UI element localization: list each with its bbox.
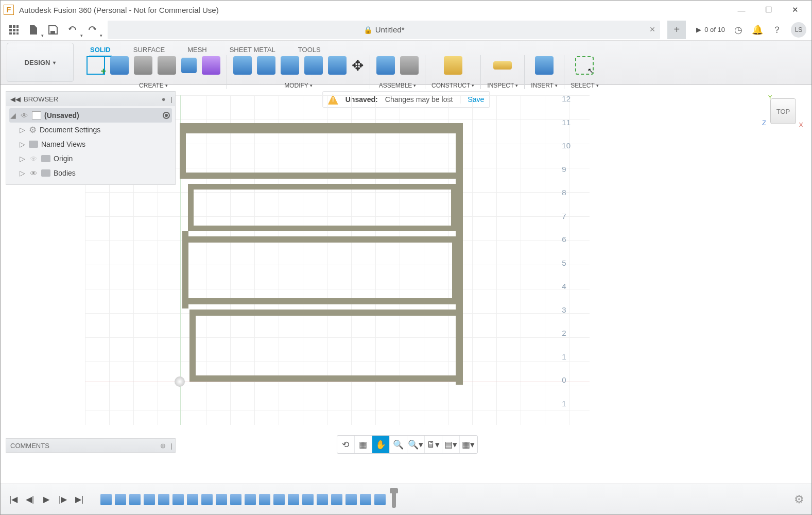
timeline-feature[interactable] (187, 494, 198, 505)
maximize-button[interactable]: ☐ (755, 1, 782, 19)
window-title: Autodesk Fusion 360 (Personal - Not for … (19, 6, 219, 14)
timeline-feature[interactable] (144, 494, 155, 505)
browser-header[interactable]: ◀◀ BROWSER ●| (6, 92, 175, 106)
revolve-button[interactable] (134, 56, 152, 75)
job-status-icon[interactable]: ◷ (734, 24, 742, 36)
svg-rect-9 (50, 31, 55, 33)
pan-button[interactable]: ✋ (372, 436, 390, 453)
select-button[interactable]: ↖ (575, 56, 594, 75)
visibility-hidden-icon[interactable]: 👁 (29, 154, 38, 163)
body-rect-4[interactable] (189, 310, 462, 382)
combine-button[interactable] (304, 56, 323, 75)
create-sketch-button[interactable] (87, 56, 105, 75)
timeline-step-fwd-button[interactable]: |▶ (57, 494, 68, 505)
document-tab[interactable]: 🔒 Untitled* × (108, 21, 660, 39)
move-button[interactable]: ✥ (352, 57, 364, 74)
main-area: ! Unsaved: Changes may be lost Save 1211… (6, 91, 806, 453)
active-component-radio[interactable] (163, 112, 170, 119)
offset-face-button[interactable] (328, 56, 347, 75)
extrude-button[interactable] (110, 56, 129, 75)
press-pull-button[interactable] (233, 56, 252, 75)
view-cube[interactable]: TOP (770, 98, 796, 124)
orbit-button[interactable]: ⟲ (337, 436, 355, 453)
construct-plane-button[interactable] (444, 56, 462, 75)
timeline-feature[interactable] (288, 494, 299, 505)
timeline-settings-icon[interactable]: ⚙ (794, 493, 804, 506)
folder-icon (41, 169, 50, 177)
timeline-feature[interactable] (172, 494, 184, 505)
timeline-feature[interactable] (302, 494, 314, 505)
workspace-switcher[interactable]: DESIGN▾ (7, 43, 74, 82)
fit-button[interactable]: 🔍▾ (407, 436, 425, 453)
timeline-feature[interactable] (360, 494, 371, 505)
shell-button[interactable] (281, 56, 299, 75)
hole-button[interactable] (158, 56, 176, 75)
timeline-feature[interactable] (158, 494, 169, 505)
timeline-feature[interactable] (245, 494, 256, 505)
timeline-playhead[interactable] (392, 491, 396, 508)
body-left-mid[interactable] (182, 231, 188, 308)
ruler-labels: 121110 987 654 321 01 (562, 94, 571, 408)
add-comment-icon[interactable]: ⊕ (160, 442, 166, 450)
tab-close-button[interactable]: × (650, 24, 655, 35)
data-panel-button[interactable] (6, 22, 22, 38)
body-rect-3[interactable] (182, 236, 458, 304)
timeline-feature[interactable] (230, 494, 241, 505)
timeline-start-button[interactable]: |◀ (8, 494, 19, 505)
close-button[interactable]: ✕ (782, 1, 808, 19)
timeline-feature[interactable] (201, 494, 213, 505)
timeline-feature[interactable] (115, 494, 126, 505)
browser-item-bodies[interactable]: ▷ 👁 Bodies (9, 166, 172, 180)
file-menu-button[interactable]: ▾ (25, 22, 42, 38)
browser-item-origin[interactable]: ▷ 👁 Origin (9, 151, 172, 166)
timeline-feature[interactable] (331, 494, 342, 505)
timeline-play-button[interactable]: ▶ (41, 494, 52, 505)
body-rect-2[interactable] (188, 184, 457, 231)
save-button[interactable] (45, 22, 61, 38)
joint-button[interactable] (400, 56, 419, 75)
new-component-button[interactable] (376, 56, 395, 75)
zoom-button[interactable]: 🔍 (390, 436, 407, 453)
timeline-feature[interactable] (259, 494, 270, 505)
timeline-feature[interactable] (129, 494, 141, 505)
timeline-feature[interactable] (100, 494, 112, 505)
minimize-button[interactable]: — (728, 1, 755, 19)
help-icon[interactable]: ？ (772, 24, 782, 36)
timeline-feature[interactable] (374, 494, 386, 505)
svg-rect-8 (16, 32, 19, 35)
credits-indicator[interactable]: ▶ 0 of 10 (696, 26, 725, 33)
browser-settings-icon[interactable]: ● (162, 95, 166, 103)
body-right-spine[interactable] (456, 123, 463, 385)
notification-icon[interactable]: 🔔 (752, 24, 763, 36)
x-axis (85, 382, 590, 382)
fillet-button[interactable] (257, 56, 275, 75)
body-rect-1[interactable] (180, 127, 463, 179)
origin-marker[interactable] (175, 376, 185, 387)
comments-panel[interactable]: COMMENTS ⊕| (6, 438, 176, 453)
browser-item-document-settings[interactable]: ▷ ⚙ Document Settings (9, 123, 172, 137)
timeline-feature[interactable] (216, 494, 227, 505)
body-top-bar[interactable] (180, 123, 463, 129)
form-button[interactable] (202, 56, 220, 75)
timeline-feature[interactable] (273, 494, 285, 505)
undo-button[interactable]: ▾ (64, 22, 81, 38)
timeline-feature[interactable] (345, 494, 357, 505)
redo-button[interactable]: ▾ (84, 22, 100, 38)
display-settings-button[interactable]: 🖥▾ (425, 436, 442, 453)
user-avatar[interactable]: LS (791, 22, 806, 38)
measure-button[interactable] (493, 61, 512, 70)
timeline-step-back-button[interactable]: ◀| (24, 494, 36, 505)
browser-panel: ◀◀ BROWSER ●| ◢ 👁 (Unsaved) ▷ ⚙ Document… (6, 91, 176, 185)
grid-settings-button[interactable]: ▤▾ (442, 436, 460, 453)
timeline-feature[interactable] (317, 494, 328, 505)
browser-item-unsaved[interactable]: ◢ 👁 (Unsaved) (9, 108, 172, 123)
insert-button[interactable] (535, 56, 554, 75)
browser-item-named-views[interactable]: ▷ Named Views (9, 137, 172, 151)
new-tab-button[interactable]: + (667, 21, 686, 39)
visibility-icon[interactable]: 👁 (29, 169, 38, 178)
pattern-button[interactable] (181, 58, 197, 73)
visibility-icon[interactable]: 👁 (20, 111, 29, 120)
viewport-layout-button[interactable]: ▦▾ (460, 436, 477, 453)
timeline-end-button[interactable]: ▶| (74, 494, 85, 505)
look-at-button[interactable]: ▦ (355, 436, 372, 453)
